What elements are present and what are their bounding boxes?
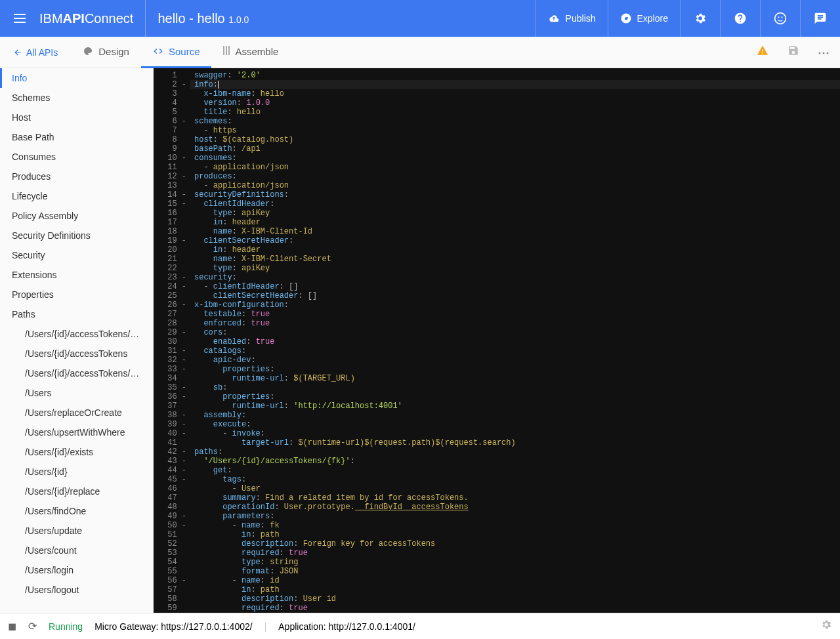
assemble-icon: [223, 46, 230, 57]
back-label: All APIs: [26, 47, 58, 58]
chat-icon: [814, 12, 827, 25]
sidebar-item-17[interactable]: /Users/replaceOrCreate: [0, 403, 153, 423]
brand-pre: IBM: [39, 11, 63, 26]
sidebar-item-26[interactable]: /Users/logout: [0, 580, 153, 600]
help-button[interactable]: [720, 0, 760, 37]
tab-source-label: Source: [169, 46, 200, 57]
status-running: Running: [49, 621, 83, 632]
cloud-upload-icon: [547, 13, 560, 24]
sidebar-item-21[interactable]: /Users/{id}/replace: [0, 482, 153, 501]
stop-button[interactable]: ◼: [8, 620, 16, 632]
svg-point-5: [782, 16, 783, 18]
micro-gateway-info: Micro Gateway: https://127.0.0.1:4002/: [94, 621, 252, 632]
sidebar-item-7[interactable]: Policy Assembly: [0, 206, 153, 226]
sidebar-item-4[interactable]: Consumes: [0, 147, 153, 167]
brand-logo: IBM API Connect: [39, 0, 146, 37]
more-button[interactable]: ⋯: [808, 45, 840, 60]
sidebar-item-14[interactable]: /Users/{id}/accessTokens: [0, 344, 153, 363]
svg-rect-2: [14, 22, 26, 23]
sidebar-item-20[interactable]: /Users/{id}: [0, 462, 153, 482]
main-area: InfoSchemesHostBase PathConsumesProduces…: [0, 68, 840, 613]
sidebar-item-13[interactable]: /Users/{id}/accessTokens/{fk}: [0, 324, 153, 344]
profile-button[interactable]: [760, 0, 800, 37]
sidebar-item-1[interactable]: Schemes: [0, 88, 153, 108]
svg-rect-1: [14, 18, 26, 19]
back-all-apis[interactable]: All APIs: [0, 47, 71, 58]
sidebar-item-0[interactable]: Info: [0, 68, 153, 88]
tab-design-label: Design: [98, 46, 129, 57]
sidebar-item-8[interactable]: Security Definitions: [0, 226, 153, 245]
gw-url[interactable]: https://127.0.0.1:4002/: [161, 621, 252, 632]
sidebar-item-9[interactable]: Security: [0, 245, 153, 265]
gear-icon: [694, 12, 707, 25]
sidebar-item-5[interactable]: Produces: [0, 167, 153, 186]
save-button[interactable]: [778, 45, 808, 60]
sidebar-item-16[interactable]: /Users: [0, 383, 153, 403]
sub-header: All APIs Design Source Assemble ⋯: [0, 37, 840, 68]
feedback-button[interactable]: [800, 0, 840, 37]
page-title: hello - hello 1.0.0: [146, 11, 534, 26]
help-icon: [734, 12, 747, 25]
svg-rect-0: [14, 14, 26, 15]
brand-post: Connect: [85, 11, 134, 26]
svg-point-4: [778, 16, 780, 18]
sidebar-nav[interactable]: InfoSchemesHostBase PathConsumesProduces…: [0, 68, 154, 613]
sidebar-item-10[interactable]: Extensions: [0, 265, 153, 285]
compass-icon: [620, 12, 632, 24]
sidebar-item-23[interactable]: /Users/update: [0, 521, 153, 541]
app-header: IBM API Connect hello - hello 1.0.0 Publ…: [0, 0, 840, 37]
sidebar-item-19[interactable]: /Users/{id}/exists: [0, 442, 153, 462]
gw-label: Micro Gateway:: [94, 621, 161, 632]
status-bar: ◼ ⟳ Running Micro Gateway: https://127.0…: [0, 613, 840, 639]
palette-icon: [83, 46, 93, 56]
app-label: Application:: [278, 621, 328, 632]
brand-bold: API: [63, 11, 85, 26]
editor-gutter: 1 2 - 3 4 5 6 - 7 8 9 10 - 11 12 - 13 14…: [154, 68, 190, 613]
sidebar-item-22[interactable]: /Users/findOne: [0, 501, 153, 521]
source-editor[interactable]: 1 2 - 3 4 5 6 - 7 8 9 10 - 11 12 - 13 14…: [154, 68, 840, 613]
sidebar-item-2[interactable]: Host: [0, 108, 153, 127]
publish-button[interactable]: Publish: [535, 0, 608, 37]
api-title: hello - hello: [158, 11, 224, 26]
application-info: Application: http://127.0.0.1:4001/: [278, 621, 415, 632]
warning-icon[interactable]: [747, 45, 778, 60]
footer-settings[interactable]: [820, 619, 832, 634]
sidebar-item-12[interactable]: Paths: [0, 304, 153, 324]
tab-design[interactable]: Design: [71, 37, 141, 68]
sidebar-item-25[interactable]: /Users/login: [0, 560, 153, 580]
header-actions: Publish Explore: [535, 0, 840, 37]
settings-button[interactable]: [680, 0, 720, 37]
api-version: 1.0.0: [228, 14, 249, 25]
explore-button[interactable]: Explore: [608, 0, 680, 37]
tab-assemble[interactable]: Assemble: [211, 37, 290, 68]
editor-code[interactable]: swagger: '2.0'info: x-ibm-name: hello ve…: [190, 68, 840, 613]
svg-point-3: [775, 13, 786, 24]
sidebar-item-18[interactable]: /Users/upsertWithWhere: [0, 423, 153, 442]
app-url[interactable]: http://127.0.0.1:4001/: [329, 621, 415, 632]
hamburger-icon[interactable]: [0, 14, 39, 23]
sidebar-item-15[interactable]: /Users/{id}/accessTokens/co...: [0, 363, 153, 383]
arrow-left-icon: [13, 48, 22, 57]
sidebar-item-24[interactable]: /Users/count: [0, 541, 153, 560]
publish-label: Publish: [566, 13, 596, 24]
restart-button[interactable]: ⟳: [28, 620, 37, 632]
sidebar-item-6[interactable]: Lifecycle: [0, 186, 153, 206]
tab-source[interactable]: Source: [141, 37, 212, 68]
explore-label: Explore: [637, 13, 668, 24]
code-icon: [153, 46, 163, 56]
sidebar-item-3[interactable]: Base Path: [0, 127, 153, 147]
tab-assemble-label: Assemble: [235, 46, 278, 57]
face-icon: [774, 12, 787, 25]
sidebar-item-11[interactable]: Properties: [0, 285, 153, 304]
